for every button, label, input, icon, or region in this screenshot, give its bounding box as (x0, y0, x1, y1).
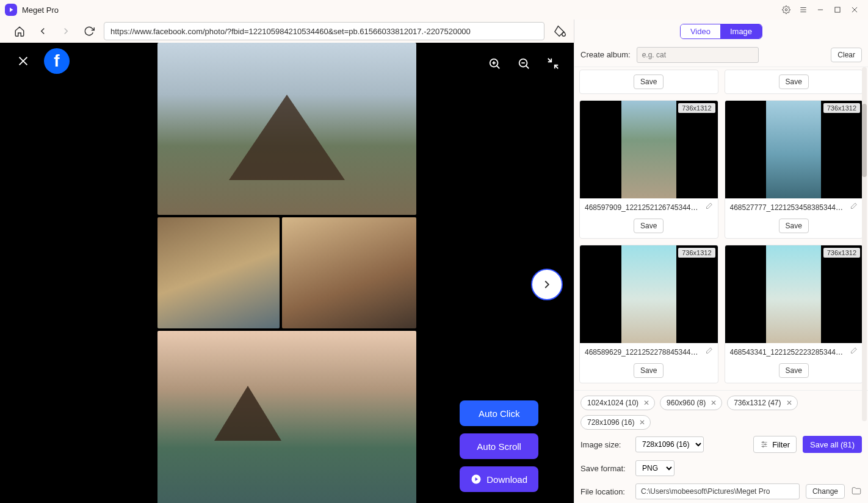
url-input[interactable] (104, 22, 544, 40)
browser-toolbar (0, 20, 574, 43)
photo-collage (157, 43, 416, 503)
svg-rect-5 (835, 7, 840, 12)
save-button[interactable]: Save (779, 74, 809, 89)
svg-line-11 (497, 66, 500, 69)
save-button[interactable]: Save (779, 219, 809, 233)
image-size-select[interactable]: 728x1096 (16) (635, 436, 704, 452)
auto-click-button[interactable]: Auto Click (460, 400, 538, 426)
save-button[interactable]: Save (634, 74, 664, 89)
thumbnail-card: Save (579, 70, 718, 94)
fullscreen-exit-icon[interactable] (544, 55, 562, 72)
menu-icon[interactable] (795, 1, 812, 18)
zoom-in-icon[interactable] (486, 55, 503, 72)
bucket-icon[interactable] (554, 24, 568, 38)
edit-name-icon[interactable] (704, 202, 713, 212)
thumbnail-card[interactable]: 736x1312468597909_122125212674534460_:Sa… (579, 100, 718, 239)
chip-label: 728x1096 (16) (587, 418, 634, 427)
thumbnail-filename: 468597909_122125212674534460_: (585, 203, 701, 212)
change-location-button[interactable]: Change (806, 484, 845, 499)
reload-icon[interactable] (81, 23, 98, 40)
save-all-button[interactable]: Save all (81) (803, 436, 862, 453)
dimension-badge: 736x1312 (678, 103, 715, 113)
filter-label: Filter (772, 440, 790, 449)
settings-icon[interactable] (778, 1, 795, 18)
home-icon[interactable] (11, 23, 28, 40)
thumbnail-card[interactable]: 736x1312468543341_122125222328534460_Sav… (725, 245, 864, 383)
edit-name-icon[interactable] (704, 347, 713, 357)
download-label: Download (486, 474, 527, 485)
tab-image[interactable]: Image (720, 24, 762, 38)
svg-line-15 (526, 66, 529, 69)
scrollbar[interactable] (862, 67, 867, 421)
dimension-chip[interactable]: 960x960 (8)✕ (660, 396, 722, 410)
thumbnail-filename: 468589629_122125227884534460_ (585, 348, 701, 356)
chip-remove-icon[interactable]: ✕ (642, 399, 651, 407)
thumbnail-image[interactable]: 736x1312 (580, 245, 718, 343)
download-button[interactable]: Download (460, 466, 538, 492)
clear-button[interactable]: Clear (831, 48, 862, 62)
save-button[interactable]: Save (634, 363, 664, 378)
facebook-logo[interactable]: f (44, 48, 70, 74)
thumbnail-image[interactable]: 736x1312 (725, 245, 863, 343)
open-folder-icon[interactable] (851, 485, 862, 498)
zoom-out-icon[interactable] (515, 55, 532, 72)
dimension-badge: 736x1312 (823, 248, 860, 258)
thumbnail-filename: 468527777_122125345838534460_ (730, 203, 846, 212)
auto-scroll-button[interactable]: Auto Scroll (460, 433, 538, 459)
app-logo-icon (5, 4, 17, 16)
chip-remove-icon[interactable]: ✕ (785, 399, 794, 407)
chip-label: 960x960 (8) (667, 399, 706, 407)
thumbnail-filename: 468543341_122125222328534460_ (730, 348, 846, 356)
save-format-select[interactable]: PNG (635, 460, 675, 476)
edit-name-icon[interactable] (849, 347, 858, 357)
window-close[interactable] (846, 1, 863, 18)
dimension-chip[interactable]: 728x1096 (16)✕ (580, 415, 651, 430)
thumbnail-card[interactable]: 736x1312468527777_122125345838534460_Sav… (725, 100, 864, 239)
thumbnail-image[interactable]: 736x1312 (580, 101, 718, 198)
chip-label: 1024x1024 (10) (587, 399, 638, 407)
chip-label: 736x1312 (47) (734, 399, 781, 407)
thumbnail-card[interactable]: 736x1312468589629_122125227884534460_Sav… (579, 245, 718, 383)
save-button[interactable]: Save (634, 219, 664, 233)
app-title: Meget Pro (22, 5, 59, 15)
filter-button[interactable]: Filter (753, 436, 797, 453)
forward-icon[interactable] (57, 23, 74, 40)
thumbnail-image[interactable]: 736x1312 (725, 101, 863, 198)
edit-name-icon[interactable] (849, 202, 858, 212)
thumbnail-card: Save (725, 70, 864, 94)
tab-video[interactable]: Video (681, 24, 720, 38)
dimension-badge: 736x1312 (678, 248, 715, 258)
save-format-label: Save format: (580, 464, 629, 473)
file-location-label: File location: (580, 487, 629, 496)
scrollbar-handle[interactable] (862, 104, 867, 177)
next-photo-button[interactable] (531, 269, 563, 300)
image-size-label: Image size: (580, 440, 629, 449)
file-location-input[interactable] (635, 483, 800, 499)
dimension-chip[interactable]: 1024x1024 (10)✕ (580, 396, 655, 410)
dimension-chips: 1024x1024 (10)✕960x960 (8)✕736x1312 (47)… (574, 390, 868, 432)
window-maximize[interactable] (829, 1, 846, 18)
dimension-badge: 736x1312 (823, 103, 860, 113)
chip-remove-icon[interactable]: ✕ (638, 418, 646, 427)
create-album-label: Create album: (580, 50, 631, 59)
album-name-input[interactable] (637, 47, 759, 63)
chip-remove-icon[interactable]: ✕ (709, 399, 718, 407)
svg-point-0 (785, 9, 787, 11)
dimension-chip[interactable]: 736x1312 (47)✕ (727, 396, 797, 410)
browser-viewport: f (0, 43, 574, 503)
title-bar: Meget Pro (0, 0, 868, 20)
save-button[interactable]: Save (779, 363, 809, 378)
back-icon[interactable] (34, 23, 51, 40)
close-icon[interactable] (12, 50, 34, 72)
mode-tabs: Video Image (680, 24, 762, 39)
window-minimize[interactable] (812, 1, 829, 18)
